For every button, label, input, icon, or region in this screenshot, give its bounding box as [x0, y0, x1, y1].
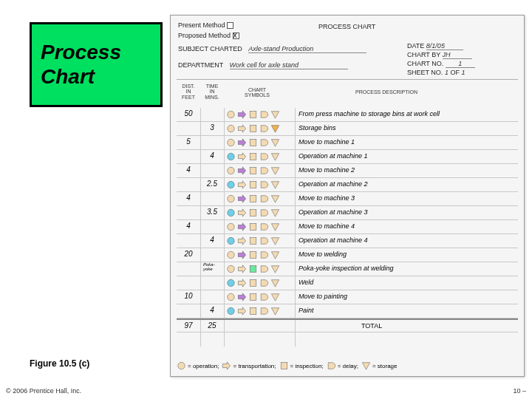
- time-cell: 3.5: [202, 208, 222, 216]
- storage-icon: [270, 109, 280, 119]
- symbol-cell: [225, 109, 293, 119]
- present-method-checkbox[interactable]: [227, 22, 233, 29]
- transport-icon: [236, 250, 247, 259]
- sheet-label: SHEET NO.: [407, 69, 443, 76]
- inspect-icon: [248, 236, 258, 245]
- symbol-cell: [225, 123, 293, 133]
- delay-icon: [259, 166, 269, 175]
- col-dist: DIST. IN FEET: [178, 83, 199, 100]
- storage-icon: [270, 123, 280, 133]
- storage-icon: [270, 180, 280, 189]
- dist-cell: 10: [178, 292, 199, 300]
- chartno-value: 1: [446, 60, 475, 68]
- symbol-cell: [225, 278, 293, 287]
- operation-icon: [225, 306, 236, 316]
- transport-icon: [236, 109, 247, 119]
- table-row: 50 From press machine to storage bins at…: [177, 108, 518, 122]
- transport-icon: [236, 264, 247, 273]
- desc-cell: Move to machine 1: [299, 138, 516, 146]
- delay-icon: [259, 208, 269, 217]
- delay-icon: [259, 151, 269, 161]
- dept-label: DEPARTMENT: [178, 61, 223, 69]
- legend-item: = storage: [361, 361, 398, 370]
- svg-point-12: [227, 195, 233, 202]
- table-row: 4 Operation at machine 1: [177, 150, 518, 164]
- desc-cell: Move to machine 2: [299, 166, 516, 174]
- desc-cell: Operation at machine 2: [299, 180, 516, 188]
- desc-cell: Move to welding: [299, 250, 516, 258]
- inspect-icon: [248, 306, 258, 316]
- process-chart-panel: Present Method Proposed Method PROCESS C…: [170, 15, 525, 377]
- inspect-icon: [248, 250, 258, 259]
- svg-rect-29: [250, 307, 256, 314]
- svg-rect-31: [281, 363, 287, 369]
- chartno-row: CHART NO. 1: [407, 60, 475, 68]
- desc-cell: Paint: [299, 307, 516, 314]
- delay-icon: [259, 109, 269, 119]
- subject-row: SUBJECT CHARTED Axle-stand Production: [178, 45, 366, 53]
- symbol-cell: [225, 208, 293, 217]
- symbol-cell: [225, 264, 293, 273]
- col-symbols: CHART SYMBOLS: [231, 87, 283, 98]
- legend-item: = delay;: [327, 361, 358, 370]
- subject-label: SUBJECT CHARTED: [178, 45, 242, 52]
- svg-rect-23: [250, 265, 256, 272]
- chartby-value: JH: [443, 51, 472, 59]
- svg-point-22: [227, 265, 233, 272]
- symbol-cell: [225, 236, 293, 245]
- symbol-cell: [225, 194, 293, 203]
- transport-icon: [236, 222, 247, 231]
- operation-icon: [225, 137, 236, 147]
- symbol-cell: [225, 180, 293, 189]
- desc-cell: Move to painting: [299, 293, 516, 300]
- total-dist: 97: [178, 321, 199, 330]
- inspect-icon: [248, 137, 258, 147]
- table-row: Poka-yoke Poka-yoke inspection at weldin…: [177, 262, 518, 276]
- svg-point-16: [227, 223, 233, 230]
- delay-icon: [259, 180, 269, 189]
- date-value: 8/1/05: [426, 42, 463, 50]
- table-row: Weld: [177, 276, 518, 290]
- totals-row: 97 25 TOTAL: [177, 318, 518, 332]
- proposed-method-checkbox[interactable]: [233, 33, 239, 39]
- operation-icon: [225, 123, 236, 133]
- operation-icon: [225, 180, 236, 189]
- table-row: 5 Move to machine 1: [177, 136, 518, 150]
- svg-rect-1: [250, 111, 256, 117]
- time-cell: 4: [202, 306, 222, 314]
- svg-point-4: [227, 139, 233, 146]
- date-label: DATE: [407, 42, 424, 50]
- dist-cell: 4: [178, 166, 199, 174]
- chartno-label: CHART NO.: [407, 60, 443, 67]
- operation-icon: [225, 292, 236, 301]
- transport-icon: [236, 236, 247, 245]
- time-cell: 4: [202, 151, 222, 160]
- inspect-icon: [248, 194, 258, 203]
- symbol-cell: [225, 292, 293, 301]
- delay-icon: [259, 292, 269, 301]
- inspect-icon: [248, 109, 258, 119]
- copyright-text: © 2006 Prentice Hall, Inc.: [6, 387, 81, 395]
- svg-rect-25: [250, 279, 256, 286]
- svg-point-30: [178, 362, 185, 369]
- operation-icon: [177, 361, 186, 370]
- svg-rect-11: [250, 181, 256, 188]
- storage-icon: [270, 166, 280, 175]
- legend-text: = operation;: [188, 363, 219, 369]
- storage-icon: [270, 264, 280, 273]
- desc-cell: Operation at machine 3: [299, 208, 516, 216]
- svg-point-10: [227, 181, 233, 188]
- table-row: 3 Storage bins: [177, 122, 518, 136]
- symbol-cell: [225, 222, 293, 231]
- svg-point-28: [227, 307, 233, 314]
- svg-point-20: [227, 251, 233, 258]
- chartby-label: CHART BY: [407, 51, 440, 58]
- transport-icon: [236, 278, 247, 287]
- title-box: Process Chart: [30, 22, 163, 107]
- svg-point-24: [227, 279, 233, 286]
- delay-icon: [259, 123, 269, 133]
- table-row: 20 Move to welding: [177, 248, 518, 262]
- delay-icon: [259, 137, 269, 147]
- dist-cell: 5: [178, 137, 199, 146]
- symbol-cell: [225, 250, 293, 259]
